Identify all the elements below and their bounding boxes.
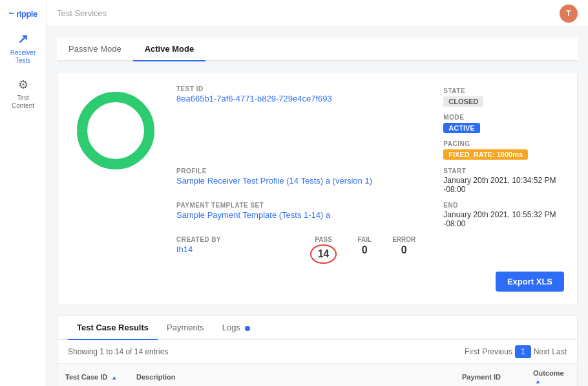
- payment-template-label: PAYMENT TEMPLATE SET: [176, 202, 430, 209]
- donut-chart: [70, 85, 161, 176]
- logo: ~ ripple: [8, 8, 37, 19]
- pagination-prev[interactable]: Previous: [482, 347, 512, 356]
- tab-passive-mode[interactable]: Passive Mode: [57, 38, 133, 61]
- error-value: 0: [401, 244, 407, 256]
- main-content: Test Services T Passive Mode Active Mode: [47, 0, 588, 386]
- pacing-section: PACING FIXED_RATE: 1000ms: [443, 138, 564, 160]
- pacing-label: PACING: [443, 140, 470, 147]
- test-id-section: TEST ID 8ea665b1-7af6-4771-b829-729e4ce7…: [176, 85, 430, 160]
- profile-value[interactable]: Sample Receiver Test Profile (14 Tests) …: [176, 176, 430, 186]
- avatar: T: [560, 5, 578, 23]
- start-value: January 20th 2021, 10:34:52 PM -08:00: [443, 176, 564, 194]
- tab-test-case-results[interactable]: Test Case Results: [68, 316, 158, 340]
- created-by-value[interactable]: th14: [176, 244, 297, 254]
- sort-icon-outcome: ▲: [535, 378, 541, 385]
- pagination-last[interactable]: Last: [552, 347, 567, 356]
- end-section: END January 20th 2021, 10:55:32 PM -08:0…: [443, 202, 564, 228]
- page-content: Passive Mode Active Mode: [47, 27, 588, 386]
- mode-badge: ACTIVE: [443, 123, 479, 133]
- pacing-badge: FIXED_RATE: 1000ms: [443, 149, 528, 160]
- sidebar-item-label: Test Content: [12, 94, 34, 110]
- header-title: Test Services: [57, 8, 107, 18]
- export-row: Export XLS: [70, 272, 564, 292]
- fail-label: FAIL: [357, 236, 372, 243]
- gear-icon: ⚙: [18, 78, 28, 92]
- export-xls-button[interactable]: Export XLS: [496, 272, 564, 292]
- test-info-grid: TEST ID 8ea665b1-7af6-4771-b829-729e4ce7…: [176, 85, 564, 264]
- tab-active-mode[interactable]: Active Mode: [133, 38, 206, 61]
- sidebar-item-receiver-tests[interactable]: ↗ Receiver Tests: [0, 25, 47, 71]
- arrow-up-right-icon: ↗: [17, 31, 28, 47]
- error-stat: ERROR 0: [392, 236, 415, 256]
- test-id-label: TEST ID: [176, 85, 430, 92]
- showing-text: Showing 1 to 14 of 14 entries: [68, 347, 168, 356]
- start-label: START: [443, 167, 564, 175]
- sidebar: ~ ripple ↗ Receiver Tests ⚙ Test Content: [0, 0, 47, 386]
- results-tabs: Test Case Results Payments Logs: [58, 316, 577, 340]
- payment-template-section: PAYMENT TEMPLATE SET Sample Payment Temp…: [176, 202, 430, 228]
- end-label: END: [443, 202, 564, 209]
- pagination: First Previous 1 Next Last: [465, 345, 567, 358]
- test-detail-card: TEST ID 8ea665b1-7af6-4771-b829-729e4ce7…: [57, 72, 578, 305]
- sort-icon-test-case-id: ▲: [111, 374, 117, 381]
- profile-label: PROFILE: [176, 167, 430, 175]
- svg-point-1: [82, 97, 149, 164]
- profile-section: PROFILE Sample Receiver Test Profile (14…: [176, 167, 430, 194]
- mode-label: MODE: [443, 114, 464, 121]
- pass-stat: PASS 14: [310, 236, 337, 264]
- fail-stat: FAIL 0: [357, 236, 372, 256]
- state-label: STATE: [443, 87, 465, 94]
- badges-section: STATE CLOSED MODE ACTIVE PACING FIXED_RA…: [443, 85, 564, 160]
- pagination-current[interactable]: 1: [515, 345, 531, 358]
- sidebar-item-test-content[interactable]: ⚙ Test Content: [0, 71, 47, 116]
- col-header-description: Description: [129, 364, 454, 387]
- pagination-next[interactable]: Next: [534, 347, 550, 356]
- payment-template-value[interactable]: Sample Payment Template (Tests 1-14) a: [176, 210, 430, 220]
- col-header-payment-id: Payment ID: [454, 364, 525, 387]
- mode-tabs: Passive Mode Active Mode: [57, 38, 578, 61]
- tab-payments[interactable]: Payments: [158, 316, 213, 340]
- mode-section: MODE ACTIVE: [443, 112, 564, 133]
- state-section: STATE CLOSED: [443, 85, 564, 107]
- results-card: Test Case Results Payments Logs Showing …: [57, 316, 578, 386]
- tab-logs[interactable]: Logs: [213, 316, 259, 340]
- results-info: Showing 1 to 14 of 14 entries First Prev…: [58, 340, 577, 363]
- sidebar-item-label: Receiver Tests: [10, 49, 36, 65]
- app-header: Test Services T: [47, 0, 588, 27]
- pass-value: 14: [310, 244, 337, 264]
- error-label: ERROR: [392, 236, 415, 243]
- logs-dot: [245, 326, 250, 331]
- created-by-label: CREATED BY: [176, 236, 297, 243]
- created-by-section: CREATED BY th14: [176, 236, 297, 264]
- end-value: January 20th 2021, 10:55:32 PM -08:00: [443, 210, 564, 228]
- pagination-first[interactable]: First: [465, 347, 479, 356]
- pass-label: PASS: [315, 236, 332, 243]
- col-header-outcome[interactable]: Outcome ▲: [525, 364, 577, 387]
- test-id-value[interactable]: 8ea665b1-7af6-4771-b829-729e4ce7f693: [176, 94, 430, 103]
- stats-section: PASS 14 FAIL 0 ERROR 0: [310, 236, 564, 264]
- start-section: START January 20th 2021, 10:34:52 PM -08…: [443, 167, 564, 194]
- results-table: Test Case ID ▲ Description Payment ID Ou…: [58, 363, 577, 386]
- fail-value: 0: [362, 244, 368, 256]
- col-header-test-case-id[interactable]: Test Case ID ▲: [58, 364, 129, 387]
- state-badge: CLOSED: [443, 96, 483, 107]
